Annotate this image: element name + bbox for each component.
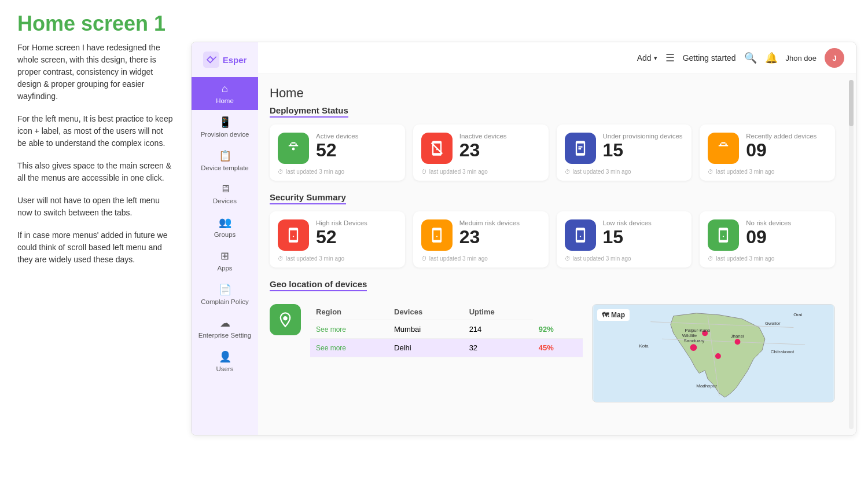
- clock-icon-8: ⏱: [708, 255, 713, 262]
- sidebar-groups-label: Groups: [214, 231, 236, 238]
- scrollbar-thumb[interactable]: [849, 80, 854, 126]
- topbar: Add ▾ ☰ Getting started 🔍 🔔 Jhon doe J: [258, 42, 856, 74]
- add-label: Add: [637, 53, 652, 63]
- recently-added-label: Recently added devices: [746, 133, 827, 140]
- svg-point-8: [690, 344, 697, 351]
- content-area: Add ▾ ☰ Getting started 🔍 🔔 Jhon doe J H…: [258, 42, 856, 435]
- sidebar-item-home[interactable]: ⌂ Home: [192, 77, 258, 110]
- low-risk-label: Low risk devices: [603, 219, 684, 226]
- sidebar-policy-label: Complain Policy: [201, 298, 248, 305]
- sidebar-item-provision[interactable]: 📱 Provision device: [192, 110, 258, 144]
- bell-icon[interactable]: 🔔: [765, 52, 778, 64]
- enterprise-icon: ☁: [220, 317, 230, 329]
- devices-icon: 🖥: [220, 183, 230, 195]
- medium-risk-value: 23: [459, 228, 540, 246]
- geo-location-title: Geo location of devices: [270, 279, 367, 291]
- no-risk-value: 09: [746, 228, 827, 246]
- provisioning-icon-box: [565, 133, 596, 164]
- svg-point-3: [284, 316, 288, 320]
- esper-logo-icon: [203, 52, 219, 68]
- geo-see-more-2[interactable]: See more: [310, 339, 388, 357]
- security-summary-section: Security Summary High risk Devices: [270, 192, 835, 268]
- scrollbar[interactable]: [849, 80, 854, 429]
- geo-devices-2: 32: [464, 339, 533, 357]
- provisioning-label: Under provisioning devices: [603, 133, 684, 140]
- sidebar-item-users[interactable]: 👤 Users: [192, 345, 258, 378]
- sidebar-item-enterprise[interactable]: ☁ Enterprise Setting: [192, 311, 258, 345]
- content-scroll: Home Deployment Status: [258, 74, 847, 435]
- desc-para2: For the left menu, It is best practice t…: [17, 113, 174, 149]
- high-risk-label: High risk Devices: [316, 219, 397, 226]
- inactive-devices-label: Inactive devices: [459, 133, 540, 140]
- sidebar-item-complain-policy[interactable]: 📄 Complain Policy: [192, 277, 258, 311]
- geo-col-region: Region: [310, 304, 388, 320]
- clock-icon-3: ⏱: [565, 169, 571, 175]
- geo-table: Region Devices Uptime See more M: [310, 304, 583, 357]
- desc-para1: For Home screen I have redesigned the wh…: [17, 42, 174, 102]
- provision-icon: 📱: [219, 116, 231, 129]
- medium-risk-label: Meduim risk devices: [459, 219, 540, 226]
- location-pin-icon: [277, 312, 293, 328]
- geo-uptime-2: 45%: [533, 339, 583, 357]
- chevron-down-icon: ▾: [654, 54, 657, 62]
- map-text: Map: [611, 311, 625, 319]
- svg-point-10: [715, 353, 721, 359]
- svg-text:Kota: Kota: [639, 343, 649, 349]
- geo-uptime-1: 92%: [533, 320, 583, 339]
- map-area: 🗺 Map: [592, 304, 835, 402]
- sidebar-devices-label: Devices: [213, 197, 237, 204]
- getting-started-button[interactable]: Getting started: [683, 53, 736, 63]
- menu-icon[interactable]: ☰: [665, 52, 675, 64]
- deployment-status-title: Deployment Status: [270, 105, 348, 118]
- active-devices-value: 52: [316, 141, 397, 159]
- medium-risk-card: Meduim risk devices 23 ⏱ last updated 3 …: [413, 211, 549, 268]
- geo-icon-box: [270, 304, 301, 335]
- geo-devices-1: 214: [464, 320, 533, 339]
- deployment-cards-row: Active devices 52 ⏱ last updated 3 min a…: [270, 124, 835, 181]
- recently-added-icon-box: [708, 133, 739, 164]
- medium-risk-icon-box: [421, 219, 453, 251]
- geo-table-area: Region Devices Uptime See more M: [310, 304, 583, 357]
- provisioning-updated: ⏱ last updated 3 min ago: [565, 169, 684, 175]
- svg-text:Wildlife: Wildlife: [682, 333, 697, 338]
- provisioning-value: 15: [603, 141, 684, 159]
- geo-region-2: Delhi: [388, 339, 464, 357]
- svg-text:Madhopur: Madhopur: [696, 383, 717, 389]
- no-risk-label: No risk devices: [746, 219, 827, 226]
- sidebar-item-apps[interactable]: ⊞ Apps: [192, 244, 258, 277]
- apps-icon: ⊞: [220, 250, 229, 262]
- recently-added-updated: ⏱ last updated 3 min ago: [708, 169, 827, 175]
- recently-added-value: 09: [746, 141, 827, 159]
- geo-location-section: Geo location of devices: [270, 279, 835, 402]
- desc-para5: If in case more menus' added in future w…: [17, 229, 174, 266]
- sidebar-item-device-template[interactable]: 📋 Device template: [192, 144, 258, 177]
- app-window: Esper ⌂ Home 📱 Provision device 📋 Device…: [191, 42, 856, 435]
- search-icon[interactable]: 🔍: [744, 52, 757, 64]
- sidebar-logo-text: Esper: [223, 55, 247, 65]
- add-button[interactable]: Add ▾: [637, 53, 657, 63]
- geo-col-devices: Devices: [388, 304, 464, 320]
- recently-added-card: Recently added devices 09 ⏱ last updated…: [700, 124, 835, 181]
- map-icon: 🗺: [602, 311, 609, 319]
- page-title: Home screen 1: [0, 0, 868, 42]
- active-devices-icon-box: [278, 133, 309, 164]
- clock-icon-4: ⏱: [708, 169, 713, 175]
- security-cards-row: High risk Devices 52 ⏱ last updated 3 mi…: [270, 211, 835, 268]
- geo-see-more-1[interactable]: See more: [310, 320, 388, 339]
- clock-icon-5: ⏱: [278, 255, 284, 262]
- high-risk-card: High risk Devices 52 ⏱ last updated 3 mi…: [270, 211, 405, 268]
- low-risk-icon-box: [565, 219, 596, 251]
- table-row: See more Mumbai 214 92%: [310, 320, 583, 339]
- sidebar-item-devices[interactable]: 🖥 Devices: [192, 177, 258, 210]
- avatar: J: [825, 48, 844, 68]
- no-risk-icon-box: [708, 219, 739, 251]
- username-label: Jhon doe: [786, 54, 817, 63]
- clock-icon: ⏱: [278, 169, 284, 175]
- low-risk-card: Low risk devices 15 ⏱ last updated 3 min…: [557, 211, 692, 268]
- no-risk-card: No risk devices 09 ⏱ last updated 3 min …: [700, 211, 835, 268]
- svg-text:Chitrakooot: Chitrakooot: [771, 349, 795, 354]
- low-risk-updated: ⏱ last updated 3 min ago: [565, 255, 684, 262]
- high-risk-updated: ⏱ last updated 3 min ago: [278, 255, 397, 262]
- sidebar-provision-label: Provision device: [201, 131, 249, 138]
- sidebar-item-groups[interactable]: 👥 Groups: [192, 210, 258, 244]
